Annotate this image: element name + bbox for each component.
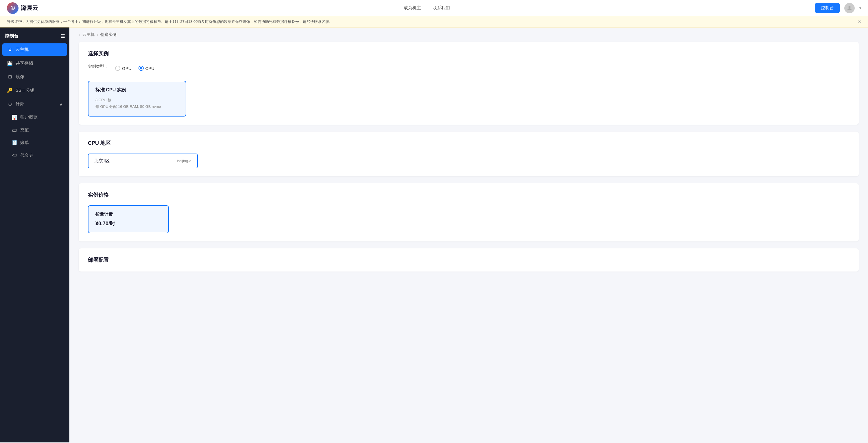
sidebar-item-cloud-host[interactable]: 🖥 云主机 [2,43,67,56]
price-card-metered[interactable]: 按量计费 ¥0.70/时 [88,205,169,233]
instance-type-radio-group: GPU CPU [115,66,154,71]
voucher-icon: 🏷 [11,153,17,158]
instance-price-card: 实例价格 按量计费 ¥0.70/时 [79,183,859,242]
breadcrumb-arrow: › [97,32,98,37]
billing-icon: ⊙ [7,101,13,107]
radio-cpu[interactable]: CPU [138,66,155,71]
deploy-card: 部署配置 [79,248,859,272]
breadcrumb: › 云主机 › 创建实例 [69,28,868,42]
sidebar-item-shared-storage-label: 共享存储 [16,60,33,66]
chevron-down-icon[interactable]: ▾ [859,6,861,10]
layout: 控制台 ☰ 🖥 云主机 💾 共享存储 ⊞ 镜像 🔑 SSH 公钥 ⊙ 计费 ∧ [0,28,868,442]
region-select[interactable]: 北京1区 beijing-a [88,154,198,168]
svg-point-0 [848,6,850,8]
main-content: › 云主机 › 创建实例 选择实例 实例类型： GPU [69,28,868,442]
billing-label: 计费 [16,101,24,107]
instance-card-spec1: 8 CPU 核 [95,97,179,103]
sidebar-item-recharge-label: 充值 [20,127,29,133]
sidebar-item-shared-storage[interactable]: 💾 共享存储 [2,57,67,69]
instance-card-standard-cpu[interactable]: 标准 CPU 实例 8 CPU 核 每 GPU 分配 16 GB RAM, 50… [88,81,186,117]
mirror-icon: ⊞ [7,74,13,80]
sidebar-item-mirror-label: 镜像 [16,74,24,80]
region-code: beijing-a [177,159,191,163]
sidebar-item-bill-label: 账单 [20,140,29,146]
instance-card-spec2: 每 GPU 分配 16 GB RAM, 50 GB nvme [95,103,179,110]
nav-contact[interactable]: 联系我们 [433,5,450,11]
close-icon[interactable]: × [858,19,861,24]
radio-gpu-circle [115,66,120,71]
announcement-banner: 升级维护：为提供更优质的服务，平台将于近期进行升级，现有云主机及其上的数据将被释… [0,16,868,28]
sidebar-title: 控制台 [5,33,19,39]
sidebar-billing-header[interactable]: ⊙ 计费 ∧ [2,98,67,110]
sidebar-item-cloud-host-label: 云主机 [16,47,29,52]
sidebar-item-ssh-key-label: SSH 公钥 [16,88,34,93]
logo: ① 潞晨云 [7,2,38,14]
breadcrumb-cloud-host[interactable]: 云主机 [83,32,95,37]
sidebar-item-bill[interactable]: 🧾 账单 [7,136,67,149]
sidebar-item-voucher[interactable]: 🏷 代金券 [7,149,67,162]
ssh-key-icon: 🔑 [7,88,13,93]
radio-cpu-label: CPU [146,66,155,71]
radio-cpu-circle [138,66,144,71]
shared-storage-icon: 💾 [7,60,13,66]
instance-type-label: 实例类型： [88,64,108,69]
instance-cards: 标准 CPU 实例 8 CPU 核 每 GPU 分配 16 GB RAM, 50… [88,81,849,117]
sidebar: 控制台 ☰ 🖥 云主机 💾 共享存储 ⊞ 镜像 🔑 SSH 公钥 ⊙ 计费 ∧ [0,28,69,442]
nav-become-host[interactable]: 成为机主 [404,5,421,11]
breadcrumb-create-instance: 创建实例 [100,32,117,37]
price-cards: 按量计费 ¥0.70/时 [88,205,849,233]
sidebar-item-account-overview[interactable]: 📊 账户概览 [7,111,67,124]
price-card-title: 按量计费 [95,212,161,217]
cloud-host-icon: 🖥 [7,47,13,52]
sidebar-item-ssh-key[interactable]: 🔑 SSH 公钥 [2,84,67,97]
breadcrumb-sep-icon: › [79,32,80,37]
price-card-price: ¥0.70/时 [95,220,161,227]
region-name: 北京1区 [94,158,110,164]
billing-expand-icon: ∧ [60,102,62,106]
cpu-region-card: CPU 地区 北京1区 beijing-a [79,132,859,177]
sidebar-menu-icon[interactable]: ☰ [61,34,65,39]
avatar [844,3,855,13]
sidebar-item-mirror[interactable]: ⊞ 镜像 [2,70,67,83]
select-instance-card: 选择实例 实例类型： GPU CPU [79,42,859,125]
logo-icon: ① [7,2,19,14]
instance-card-title: 标准 CPU 实例 [95,87,179,93]
sidebar-item-account-overview-label: 账户概览 [20,115,38,120]
instance-type-row: 实例类型： GPU CPU [88,64,849,72]
select-instance-title: 选择实例 [88,50,849,57]
logo-text: 潞晨云 [21,4,38,12]
billing-left: ⊙ 计费 [7,101,24,107]
cpu-region-title: CPU 地区 [88,140,849,147]
sidebar-item-voucher-label: 代金券 [20,153,33,158]
radio-gpu[interactable]: GPU [115,66,131,71]
console-button[interactable]: 控制台 [815,3,840,13]
header-right: 控制台 ▾ [815,3,861,13]
account-overview-icon: 📊 [11,115,17,120]
announcement-text: 升级维护：为提供更优质的服务，平台将于近期进行升级，现有云主机及其上的数据将被释… [7,19,333,24]
recharge-icon: 🗃 [11,128,17,133]
radio-gpu-label: GPU [122,66,131,71]
sidebar-billing-submenu: 📊 账户概览 🗃 充值 🧾 账单 🏷 代金券 [0,111,69,162]
instance-price-title: 实例价格 [88,191,849,198]
deploy-title: 部署配置 [88,256,849,263]
bill-icon: 🧾 [11,140,17,146]
sidebar-header: 控制台 ☰ [0,28,69,43]
sidebar-item-recharge[interactable]: 🗃 充值 [7,124,67,136]
header-nav: 成为机主 联系我们 [404,5,450,11]
header: ① 潞晨云 成为机主 联系我们 控制台 ▾ [0,0,868,16]
